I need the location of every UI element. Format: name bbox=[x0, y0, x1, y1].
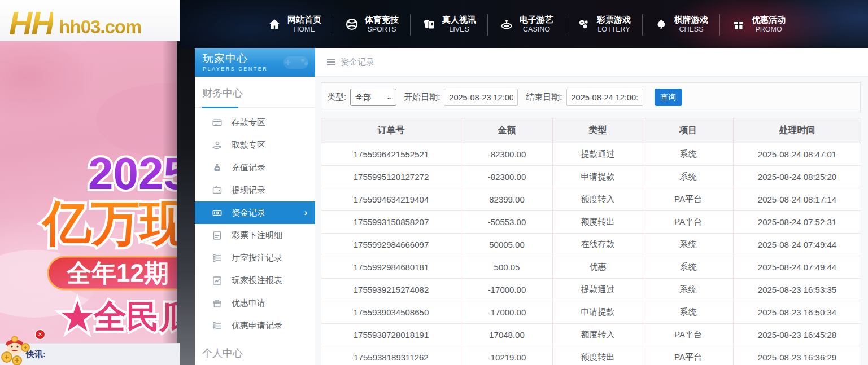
end-date-label: 结束日期: bbox=[526, 92, 562, 103]
sidebar-item-funds-records[interactable]: 资金记录 › bbox=[195, 201, 315, 224]
cell-process-time: 2025-08-24 07:52:31 bbox=[734, 211, 861, 234]
nav-item-home[interactable]: 网站首页HOME bbox=[256, 11, 333, 38]
table-row: 1755939034508650 -17000.00 申请提款 系统 2025-… bbox=[321, 301, 861, 324]
table-row: 1755993150858207 -50553.00 额度转出 PA平台 202… bbox=[321, 211, 861, 234]
cell-amount: 50005.00 bbox=[461, 234, 553, 256]
sidebar-item-promo-apply-records[interactable]: 优惠申请记录 bbox=[195, 314, 315, 337]
banner-year-text: 2025 bbox=[88, 148, 177, 199]
nav-item-lives[interactable]: 真人视讯LIVES bbox=[411, 11, 488, 38]
column-header: 金额 bbox=[461, 118, 553, 143]
money-bag-icon bbox=[212, 163, 222, 173]
report-chart-icon bbox=[212, 276, 222, 285]
sidebar-item-deposit[interactable]: 存款专区 bbox=[195, 111, 315, 134]
nav-item-lottery[interactable]: 彩票游戏LOTTERY bbox=[565, 11, 643, 38]
banner-badge-text: 全年12期 bbox=[66, 259, 169, 287]
nav-item-casino[interactable]: 电子游艺CASINO bbox=[488, 11, 565, 38]
cell-process-time: 2025-08-23 16:50:34 bbox=[734, 301, 861, 324]
home-icon bbox=[268, 17, 281, 31]
type-select[interactable]: 全部 ⌄ bbox=[350, 89, 396, 106]
sidebar-item-recharge-records[interactable]: 充值记录 bbox=[195, 156, 315, 179]
site-logo[interactable]: HH hh03.com bbox=[0, 0, 180, 41]
cell-amount: -10219.00 bbox=[461, 346, 553, 365]
nav-label-zh: 网站首页 bbox=[287, 14, 321, 25]
cell-process-time: 2025-08-24 08:17:14 bbox=[734, 188, 861, 211]
sidebar-item-label: 彩票下注明细 bbox=[232, 230, 282, 241]
close-icon[interactable]: ✕ bbox=[36, 330, 45, 339]
mascot-image bbox=[0, 332, 35, 365]
cell-process-time: 2025-08-23 16:53:35 bbox=[734, 279, 861, 301]
sidebar-item-lottery-bet-detail[interactable]: 彩票下注明细 bbox=[195, 224, 315, 247]
cell-process-time: 2025-08-23 16:45:28 bbox=[734, 324, 861, 346]
sidebar-header: 玩家中心 PLAYERS CENTER bbox=[195, 48, 315, 77]
cell-process-time: 2025-08-24 07:49:44 bbox=[734, 234, 861, 256]
table-row: 1755938189311262 -10219.00 额度转出 PA平台 202… bbox=[321, 346, 861, 365]
cell-type: 申请提款 bbox=[553, 166, 643, 188]
sidebar-item-hall-bet-records[interactable]: 厅室投注记录 bbox=[195, 247, 315, 269]
news-ticker-bar: ✕ 快讯: bbox=[0, 343, 180, 365]
nav-item-promo[interactable]: 优惠活动PROMO bbox=[720, 11, 797, 38]
cell-type: 额度转入 bbox=[553, 324, 643, 346]
start-date-label: 开始日期: bbox=[404, 92, 440, 103]
end-date-input[interactable] bbox=[566, 89, 643, 106]
column-header: 项目 bbox=[643, 118, 734, 143]
logo-hh-mark: HH bbox=[9, 8, 53, 38]
nav-item-chess[interactable]: 棋牌游戏CHESS bbox=[643, 11, 720, 38]
cell-amount: -82300.00 bbox=[461, 143, 553, 166]
type-label: 类型: bbox=[327, 92, 346, 103]
cell-project: 系统 bbox=[643, 301, 734, 324]
promo-banner[interactable]: 2025 亿万现 全年12期 ★全民瓜 bbox=[0, 41, 177, 343]
cell-order-number: 1755938728018191 bbox=[321, 324, 461, 346]
cell-amount: 82399.00 bbox=[461, 188, 553, 211]
cell-type: 在线存款 bbox=[553, 234, 643, 256]
section-personal-center: 个人中心 bbox=[195, 337, 315, 365]
nav-label-en: LIVES bbox=[442, 25, 476, 34]
sidebar-item-withdraw-records[interactable]: 提现记录 bbox=[195, 179, 315, 201]
filter-panel: 类型: 全部 ⌄ 开始日期: 结束日期: 查询 bbox=[321, 82, 861, 112]
nav-label-zh: 棋牌游戏 bbox=[674, 14, 708, 25]
menu-icon[interactable] bbox=[327, 59, 335, 65]
nav-label-en: PROMO bbox=[752, 25, 786, 34]
cell-type: 额度转入 bbox=[553, 188, 643, 211]
start-date-input[interactable] bbox=[444, 89, 518, 106]
gift-box-icon bbox=[212, 298, 222, 308]
sidebar-menu: 存款专区 取款专区 充值记录 提现记录 资金记录 › 彩票下注明细 厅室投注记录 bbox=[195, 108, 315, 337]
type-select-value: 全部 bbox=[355, 93, 371, 103]
nav-label-zh: 彩票游戏 bbox=[597, 14, 631, 25]
gift-icon bbox=[732, 17, 745, 31]
nav-item-sports[interactable]: 体育竞技SPORTS bbox=[333, 11, 411, 38]
sidebar-item-promo-apply[interactable]: 优惠申请 bbox=[195, 292, 315, 314]
nav-label-zh: 电子游艺 bbox=[520, 14, 553, 25]
table-row: 1755996421552521 -82300.00 提款通过 系统 2025-… bbox=[321, 143, 861, 166]
main-content: 资金记录 类型: 全部 ⌄ 开始日期: 结束日期: 查询 订单号金额类型项目处理… bbox=[315, 48, 868, 365]
roulette-icon bbox=[500, 17, 513, 31]
sidebar-item-label: 玩家投注报表 bbox=[232, 275, 282, 286]
sidebar-item-label: 提现记录 bbox=[232, 185, 265, 196]
column-header: 处理时间 bbox=[734, 118, 861, 143]
banknote-icon bbox=[212, 208, 222, 218]
sidebar-item-player-bet-report[interactable]: 玩家投注报表 bbox=[195, 269, 315, 292]
sports-ball-icon bbox=[345, 17, 359, 31]
nav-label-en: SPORTS bbox=[365, 25, 399, 34]
banner-slogan-text: ★全民瓜 bbox=[61, 298, 177, 335]
cell-process-time: 2025-08-24 08:25:20 bbox=[734, 166, 861, 188]
cell-amount: 500.05 bbox=[461, 256, 553, 279]
cell-project: PA平台 bbox=[643, 211, 734, 234]
cell-order-number: 1755938189311262 bbox=[321, 346, 461, 365]
cell-order-number: 1755994634219404 bbox=[321, 188, 461, 211]
wallet-icon bbox=[212, 186, 222, 195]
cell-project: PA平台 bbox=[643, 346, 734, 365]
nav-label-en: CHESS bbox=[674, 25, 708, 34]
list-icon bbox=[212, 253, 222, 263]
deposit-card-icon bbox=[212, 118, 222, 127]
top-navbar: 网站首页HOME 体育竞技SPORTS 真人视讯LIVES 电子游艺CASINO… bbox=[180, 0, 868, 48]
sidebar-item-label: 优惠申请记录 bbox=[232, 320, 282, 331]
players-center-sidebar: 玩家中心 PLAYERS CENTER 财务中心 存款专区 取款专区 充值记录 … bbox=[195, 48, 315, 365]
hand-coin-icon bbox=[212, 140, 222, 150]
cell-project: 系统 bbox=[643, 166, 734, 188]
search-button[interactable]: 查询 bbox=[655, 89, 682, 106]
nav-label-zh: 优惠活动 bbox=[752, 14, 786, 25]
logo-domain-text: hh03.com bbox=[59, 16, 141, 38]
sidebar-item-withdraw-zone[interactable]: 取款专区 bbox=[195, 134, 315, 156]
cell-order-number: 1755993150858207 bbox=[321, 211, 461, 234]
funds-records-table: 订单号金额类型项目处理时间 1755996421552521 -82300.00… bbox=[321, 118, 861, 365]
